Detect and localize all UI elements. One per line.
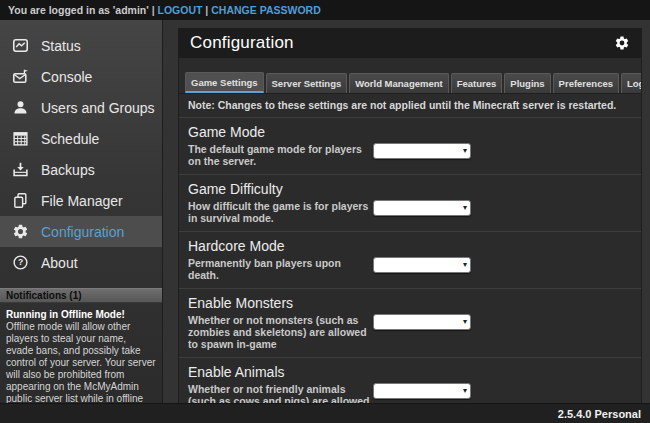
setting-enable-monsters: Enable Monsters Whether or not monsters … (179, 289, 641, 358)
tab-preferences[interactable]: Preferences (553, 73, 619, 93)
chevron-down-icon: ▾ (463, 261, 470, 269)
sidebar-item-label: File Manager (41, 193, 123, 209)
setting-title: Enable Monsters (188, 295, 632, 311)
sidebar: Status Console Users and Groups Schedule… (0, 20, 163, 403)
sidebar-item-configuration[interactable]: Configuration (0, 216, 162, 247)
topbar: You are logged in as 'admin' | LOGOUT | … (0, 0, 650, 20)
console-icon (12, 68, 29, 85)
backups-icon (12, 161, 29, 178)
tab-world-management[interactable]: World Management (349, 73, 448, 93)
setting-enable-animals: Enable Animals Whether or not friendly a… (179, 358, 641, 403)
chevron-down-icon: ▾ (463, 147, 470, 155)
setting-title: Enable Animals (188, 364, 632, 380)
notifications-header: Notifications (1) (0, 288, 162, 303)
tab-game-settings[interactable]: Game Settings (185, 72, 264, 93)
setting-title: Game Difficulty (188, 181, 632, 197)
setting-game-difficulty: Game Difficulty How difficult the game i… (179, 175, 641, 232)
notifications-body: Running in Offline Mode! Offline mode wi… (0, 303, 162, 417)
change-password-link[interactable]: CHANGE PASSWORD (211, 4, 320, 16)
enable-monsters-select[interactable]: ▾ (373, 314, 471, 330)
sidebar-item-users[interactable]: Users and Groups (0, 92, 162, 123)
sidebar-item-label: Console (41, 69, 92, 85)
logout-link[interactable]: LOGOUT (158, 4, 203, 16)
status-icon (12, 37, 29, 54)
separator: | (202, 4, 211, 16)
svg-text:?: ? (18, 257, 23, 267)
question-icon: ? (12, 254, 29, 271)
sidebar-item-file-manager[interactable]: File Manager (0, 185, 162, 216)
setting-title: Game Mode (188, 124, 632, 140)
chevron-down-icon: ▾ (463, 387, 470, 395)
sidebar-item-label: Configuration (41, 224, 124, 240)
file-manager-icon (12, 192, 29, 209)
game-mode-select[interactable]: ▾ (373, 143, 471, 159)
sidebar-item-label: About (41, 255, 78, 271)
setting-hardcore-mode: Hardcore Mode Permanently ban players up… (179, 232, 641, 289)
sidebar-item-label: Status (41, 38, 81, 54)
setting-description: Whether or not monsters (such as zombies… (188, 314, 371, 350)
tab-bar: Game Settings Server Settings World Mana… (185, 72, 641, 93)
chevron-down-icon: ▾ (463, 204, 470, 212)
schedule-icon (12, 130, 29, 147)
settings-gear-icon[interactable] (614, 35, 630, 51)
enable-animals-select[interactable]: ▾ (373, 383, 471, 399)
tab-login-users[interactable]: Login Users (621, 73, 642, 93)
logged-in-text: You are logged in as 'admin' (8, 4, 149, 16)
sidebar-item-console[interactable]: Console (0, 61, 162, 92)
hardcore-mode-select[interactable]: ▾ (373, 257, 471, 273)
chevron-down-icon: ▾ (463, 318, 470, 326)
setting-title: Hardcore Mode (188, 238, 632, 254)
sidebar-item-backups[interactable]: Backups (0, 154, 162, 185)
setting-description: Whether or not friendly animals (such as… (188, 383, 371, 403)
setting-description: Permanently ban players upon death. (188, 257, 371, 281)
sidebar-item-schedule[interactable]: Schedule (0, 123, 162, 154)
tab-server-settings[interactable]: Server Settings (266, 73, 348, 93)
page-title: Configuration (190, 33, 294, 53)
configuration-panel: Configuration Game Settings Server Setti… (178, 28, 642, 403)
separator: | (149, 4, 158, 16)
setting-description: The default game mode for players on the… (188, 143, 371, 167)
footer: 2.5.4.0 Personal (0, 403, 650, 423)
setting-description: How difficult the game is for players in… (188, 200, 371, 224)
tab-plugins[interactable]: Plugins (504, 73, 550, 93)
notification-title: Running in Offline Mode! (6, 309, 156, 321)
version-label: 2.5.4.0 Personal (558, 408, 641, 420)
sidebar-item-about[interactable]: ? About (0, 247, 162, 278)
sidebar-item-label: Users and Groups (41, 100, 155, 116)
gear-icon (12, 223, 29, 240)
users-icon (12, 99, 29, 116)
restart-note: Note: Changes to these settings are not … (179, 94, 641, 118)
sidebar-item-label: Backups (41, 162, 95, 178)
game-difficulty-select[interactable]: ▾ (373, 200, 471, 216)
tab-features[interactable]: Features (451, 73, 503, 93)
sidebar-item-label: Schedule (41, 131, 99, 147)
sidebar-item-status[interactable]: Status (0, 30, 162, 61)
panel-header: Configuration (179, 28, 641, 58)
setting-game-mode: Game Mode The default game mode for play… (179, 118, 641, 175)
